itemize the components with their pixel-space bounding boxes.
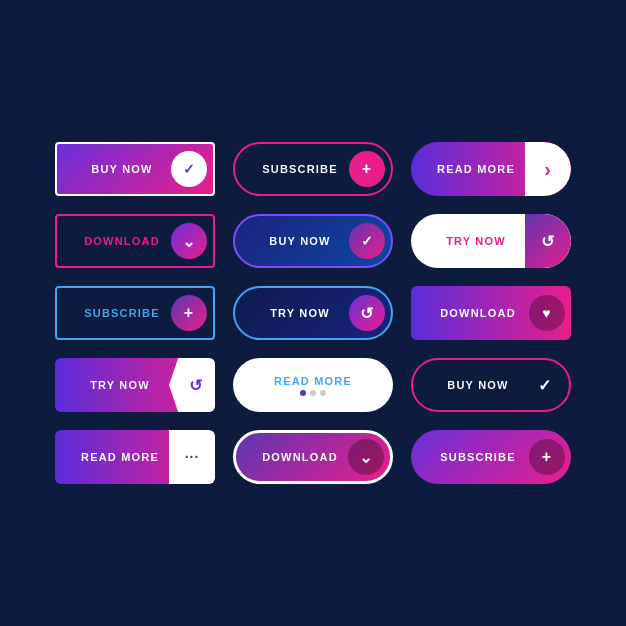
download-label-1: DOWNLOAD — [73, 235, 171, 247]
checkmark-icon-3 — [527, 367, 563, 403]
plus-icon-1 — [349, 151, 385, 187]
buy-now-label-2: BUY NOW — [251, 235, 349, 247]
read-more-button-2[interactable]: READ MORE — [233, 358, 393, 412]
replay-icon-1 — [525, 214, 571, 268]
read-more-button-1[interactable]: READ MORE — [411, 142, 571, 196]
read-more-label-2: READ MORE — [249, 375, 377, 387]
subscribe-button-1[interactable]: SUBSCRIBE — [233, 142, 393, 196]
download-label-3: DOWNLOAD — [252, 451, 348, 463]
read-more-label-3: READ MORE — [71, 451, 169, 463]
buy-now-label-1: BUY NOW — [73, 163, 171, 175]
download-label-2: DOWNLOAD — [427, 307, 529, 319]
try-now-button-3[interactable]: TRY NOW — [55, 358, 215, 412]
subscribe-button-3[interactable]: SUBSCRIBE — [411, 430, 571, 484]
plus-icon-3 — [529, 439, 565, 475]
buy-now-label-3: BUY NOW — [429, 379, 527, 391]
checkmark-icon-1 — [171, 151, 207, 187]
try-now-button-1[interactable]: TRY NOW — [411, 214, 571, 268]
dots-icon-1 — [169, 430, 215, 484]
replay-icon-2 — [349, 295, 385, 331]
chevron-right-icon-1 — [525, 142, 571, 196]
buy-now-button-1[interactable]: BUY NOW — [55, 142, 215, 196]
chevron-down-icon-1 — [171, 223, 207, 259]
subscribe-label-3: SUBSCRIBE — [427, 451, 529, 463]
try-now-button-2[interactable]: TRY NOW — [233, 286, 393, 340]
download-button-2[interactable]: DOWNLOAD — [411, 286, 571, 340]
try-now-label-3: TRY NOW — [71, 379, 169, 391]
subscribe-button-2[interactable]: SUBSCRIBE — [55, 286, 215, 340]
read-more-button-3[interactable]: READ MORE — [55, 430, 215, 484]
replay-icon-3 — [169, 358, 215, 412]
subscribe-label-1: SUBSCRIBE — [251, 163, 349, 175]
try-now-label-2: TRY NOW — [251, 307, 349, 319]
plus-icon-2 — [171, 295, 207, 331]
buy-now-button-3[interactable]: BUY NOW — [411, 358, 571, 412]
checkmark-icon-2 — [349, 223, 385, 259]
download-button-1[interactable]: DOWNLOAD — [55, 214, 215, 268]
read-more-label-1: READ MORE — [427, 163, 525, 175]
download-button-3[interactable]: DOWNLOAD — [233, 430, 393, 484]
button-grid: BUY NOW SUBSCRIBE READ MORE DOWNLOAD BUY… — [25, 112, 601, 514]
buy-now-button-2[interactable]: BUY NOW — [233, 214, 393, 268]
try-now-label-1: TRY NOW — [427, 235, 525, 247]
chevron-down-icon-3 — [348, 439, 384, 475]
heart-icon-1 — [529, 295, 565, 331]
subscribe-label-2: SUBSCRIBE — [73, 307, 171, 319]
